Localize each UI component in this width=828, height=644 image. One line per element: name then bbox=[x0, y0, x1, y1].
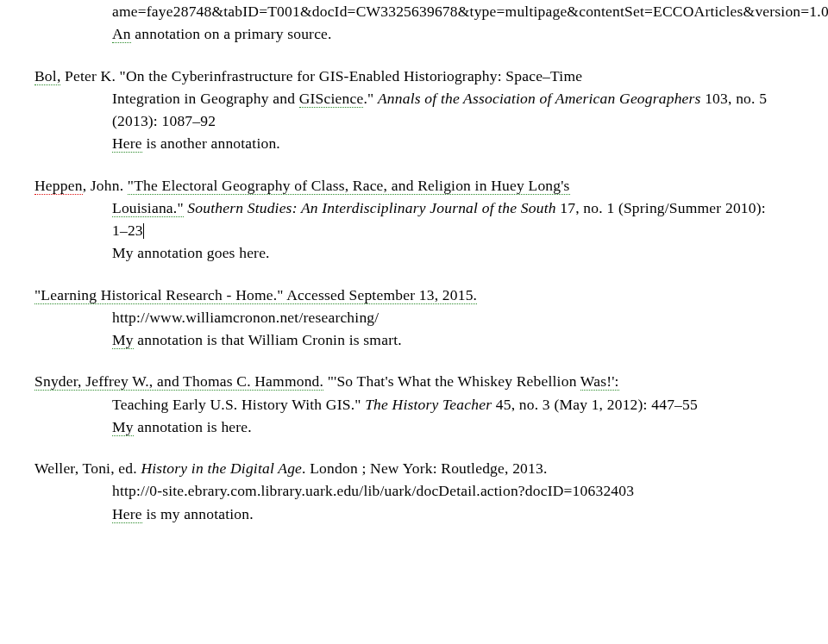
annotation-line: Here is my annotation. bbox=[112, 503, 776, 525]
annotation-line: My annotation is that William Cronin is … bbox=[112, 328, 776, 351]
annotation-word: An bbox=[112, 25, 131, 43]
bib-entry: Snyder, Jeffrey W., and Thomas C. Hammon… bbox=[34, 370, 776, 438]
article-title: "Learning Historical Research - Home." A… bbox=[34, 286, 477, 304]
annotation-word: Here bbox=[112, 134, 142, 153]
annotation-word: My bbox=[112, 331, 134, 349]
citation-text: Integration in Geography and GIScience."… bbox=[112, 87, 776, 133]
annotation-line: My annotation goes here. bbox=[112, 241, 776, 264]
annotation-text: is another annotation. bbox=[142, 134, 280, 152]
bib-entry: Weller, Toni, ed. History in the Digital… bbox=[34, 457, 776, 525]
bibliography-page: ame=faye28748&tabID=T001&docId=CW3325639… bbox=[0, 0, 828, 578]
author-name: Bol, bbox=[34, 67, 60, 85]
citation-url: http://0-site.ebrary.com.library.uark.ed… bbox=[112, 479, 776, 502]
bib-entry: Bol, Peter K. "On the Cyberinfrastructur… bbox=[34, 65, 776, 155]
text-cursor bbox=[143, 223, 144, 239]
journal-title: The History Teacher bbox=[365, 396, 492, 413]
bib-entry: Heppen, John. "The Electoral Geography o… bbox=[34, 174, 776, 265]
author-name: Snyder, Jeffrey W., and Thomas C. Hammon… bbox=[34, 372, 323, 391]
bib-entry: "Learning Historical Research - Home." A… bbox=[34, 284, 776, 352]
journal-title: Annals of the Association of American Ge… bbox=[378, 90, 701, 107]
journal-title: Southern Studies: An Interdisciplinary J… bbox=[187, 199, 555, 216]
annotation-text: is my annotation. bbox=[142, 505, 254, 522]
annotation-line: Here is another annotation. bbox=[112, 132, 776, 154]
citation-url: http://www.williamcronon.net/researching… bbox=[112, 306, 776, 328]
annotation-line: My annotation is here. bbox=[112, 416, 776, 438]
annotation-line: An annotation on a primary source. bbox=[112, 22, 776, 45]
bib-entry: ame=faye28748&tabID=T001&docId=CW3325639… bbox=[34, 0, 776, 46]
annotation-text: annotation is here. bbox=[134, 418, 252, 435]
annotation-text: annotation on a primary source. bbox=[131, 25, 332, 42]
annotation-word: Here bbox=[112, 505, 142, 523]
article-title: "The Electoral Geography of Class, Race,… bbox=[128, 177, 570, 195]
citation-text: Peter K. "On the Cyberinfrastructure for… bbox=[60, 67, 582, 84]
annotation-word: My bbox=[112, 418, 134, 436]
book-title: History in the Digital Age bbox=[141, 460, 302, 477]
annotation-text: annotation is that William Cronin is sma… bbox=[134, 331, 402, 348]
author-name: Heppen bbox=[34, 177, 83, 195]
citation-url: ame=faye28748&tabID=T001&docId=CW3325639… bbox=[112, 0, 776, 22]
